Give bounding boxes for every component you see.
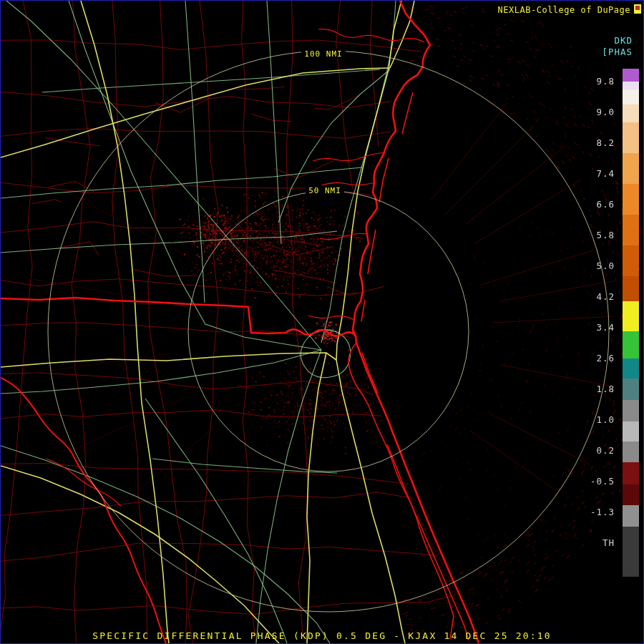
- scale-segment: [623, 379, 639, 400]
- scale-segment: [623, 301, 639, 331]
- coast-and-rivers: [1, 1, 479, 643]
- scale-segment: [623, 421, 639, 441]
- scale-segment: [623, 245, 639, 276]
- scale-segment: [623, 527, 639, 577]
- range-ring-label-100: 100 NMI: [304, 49, 342, 59]
- status-bar: SPECIFIC DIFFERENTIAL PHASE (KDP) 0.5 DE…: [1, 630, 643, 641]
- product-id-label: DKD: [614, 35, 633, 46]
- scale-segment: [623, 184, 639, 215]
- cod-logo-icon: [634, 4, 641, 14]
- scale-segment: [623, 89, 639, 104]
- scale-segment: [623, 276, 639, 301]
- highways-primary: [1, 1, 414, 643]
- scale-segment: [623, 122, 639, 153]
- page-title: NEXLAB-College of DuPage: [498, 5, 630, 15]
- scale-segment: [623, 505, 639, 527]
- scale-segment: [623, 441, 639, 462]
- scale-segment: [623, 400, 639, 421]
- scale-segment: [623, 153, 639, 184]
- scale-segment: [623, 331, 639, 358]
- highways-secondary: [1, 1, 396, 643]
- radar-display: 100 NMI 50 NMI NEXLAB-College of DuPage …: [0, 0, 644, 644]
- scale-segment: [623, 462, 639, 484]
- scale-segment: [623, 69, 639, 82]
- product-units-label: [PHAS: [602, 47, 633, 57]
- radar-map: 100 NMI 50 NMI: [1, 1, 643, 643]
- scale-segment: [623, 215, 639, 245]
- scale-segment: [623, 484, 639, 505]
- scale-segment: [623, 358, 639, 379]
- scale-segment: [623, 104, 639, 122]
- scale-segment: [623, 82, 639, 89]
- range-ring-label-50: 50 NMI: [308, 186, 341, 195]
- color-scale-bar: [623, 69, 639, 577]
